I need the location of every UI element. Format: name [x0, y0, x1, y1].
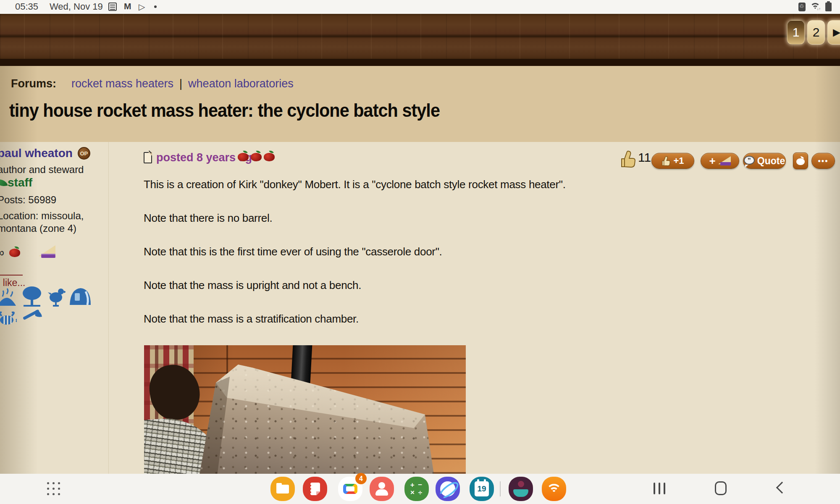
recents-button[interactable] — [654, 483, 666, 494]
planet-icon — [440, 481, 455, 496]
my-files-app-icon[interactable] — [270, 477, 295, 501]
apple-icon — [238, 150, 249, 161]
more-label: ••• — [818, 157, 829, 165]
quote-icon: ” — [744, 156, 755, 166]
apple-icon — [264, 150, 275, 161]
wood-banner — [0, 14, 840, 59]
data-saver-icon — [798, 3, 806, 11]
gmail-notification-icon: M — [124, 1, 131, 11]
clock: 05:35 — [15, 1, 38, 12]
quote-button[interactable]: ” Quote — [743, 153, 786, 169]
battery-icon — [825, 3, 832, 11]
infinity-symbol: ∞ — [0, 246, 4, 260]
wood-banner-edge — [0, 59, 840, 66]
notification-badge: 4 — [355, 473, 367, 484]
send-pie-button[interactable]: + — [701, 153, 739, 169]
pie-badge-icon — [39, 245, 55, 258]
wifi-icon: ↓↑ — [810, 3, 821, 11]
page-1-button[interactable]: 1 — [787, 20, 805, 45]
app-drawer-button[interactable] — [47, 482, 60, 496]
thread-title: tiny house rocket mass heater: the cyclo… — [9, 100, 440, 121]
forum-thread-page: 05:35 Wed, Nov 19 M ▷ ↓↑ 1 2 ► Forums: r… — [0, 0, 840, 504]
breadcrumb-link-rocket-mass-heaters[interactable]: rocket mass heaters — [71, 77, 173, 90]
breadcrumb-label: Forums: — [11, 77, 56, 90]
hugelkultur-mound-icon — [0, 287, 17, 307]
breadcrumb-link-wheaton-laboratories[interactable]: wheaton laboratories — [188, 77, 294, 90]
sound-waves-icon — [546, 484, 562, 494]
staff-leaf-icon — [0, 177, 8, 189]
calc-glyph-row2: × ÷ — [410, 489, 423, 496]
thumbs-up-icon — [620, 150, 636, 168]
apple-badge-icon — [9, 246, 20, 257]
wofati-icon — [69, 286, 92, 307]
likes-divider — [0, 275, 23, 276]
post-paragraph: Note that the mass is a stratification c… — [144, 312, 807, 326]
thumb-icon — [662, 155, 671, 166]
staff-label: staff — [8, 176, 32, 189]
post-paragraph: Note that the mass is upright and not a … — [144, 279, 807, 292]
calculator-app-icon[interactable]: + − × ÷ — [404, 477, 429, 501]
contacts-app-icon[interactable] — [370, 477, 394, 501]
status-bar: 05:35 Wed, Nov 19 M ▷ ↓↑ — [0, 0, 840, 14]
axe-icon — [22, 309, 43, 328]
author-location-line1: Location: missoula, — [0, 210, 84, 222]
breadcrumb: Forums: rocket mass heaters | wheaton la… — [11, 77, 294, 90]
page-2-button[interactable]: 2 — [807, 20, 825, 45]
tv-icon — [343, 484, 357, 494]
samsung-internet-app-icon[interactable] — [436, 477, 460, 501]
stove-pipe — [291, 345, 312, 383]
pie-icon — [718, 156, 731, 165]
plus-sign: + — [709, 155, 715, 168]
post-paragraph: This is a creation of Kirk "donkey" Mobe… — [144, 178, 807, 191]
dock-separator — [500, 481, 501, 496]
apple-icon — [251, 150, 262, 161]
quote-label: Quote — [757, 155, 785, 167]
calendar-sheet-icon: 19 — [475, 481, 489, 496]
audible-app-icon[interactable] — [542, 477, 566, 501]
notification-dot-icon — [154, 5, 157, 8]
calendar-notification-icon — [108, 3, 117, 11]
author-name-link[interactable]: paul wheaton — [0, 147, 73, 160]
author-role: author and steward — [0, 164, 84, 176]
person-icon — [375, 482, 388, 496]
calendar-app-icon[interactable]: 19 — [470, 477, 494, 501]
home-button[interactable] — [715, 481, 727, 495]
column-divider — [108, 142, 109, 504]
post-paragraph: Note that there is no barrel. — [144, 212, 807, 225]
post-photo-rocket-mass-heater[interactable] — [144, 345, 466, 474]
pagination: 1 2 ► — [787, 20, 840, 45]
author-location-line2: montana (zone 4) — [0, 223, 76, 234]
calc-glyph-row1: + − — [410, 481, 423, 489]
post-paragraph: Note that this is the first time ever of… — [144, 245, 807, 258]
post-apple-rating — [238, 150, 275, 161]
tree-icon — [21, 286, 43, 307]
google-tv-app-icon[interactable]: 4 — [338, 477, 362, 501]
like-count: 11 — [638, 150, 651, 165]
more-actions-button[interactable]: ••• — [811, 153, 835, 169]
apple-icon — [796, 156, 805, 165]
bee-icon — [0, 311, 17, 327]
plus-one-button[interactable]: +1 — [651, 153, 694, 169]
op-badge: OP — [78, 147, 90, 160]
note-icon — [310, 483, 320, 495]
status-date: Wed, Nov 19 — [50, 1, 103, 12]
plus-one-label: +1 — [673, 155, 684, 166]
give-apple-button[interactable] — [793, 152, 808, 169]
author-post-count: Posts: 56989 — [0, 194, 56, 206]
folder-icon — [276, 485, 289, 494]
libby-app-icon[interactable] — [509, 477, 533, 501]
chicken-icon — [48, 286, 66, 307]
book-icon — [513, 481, 529, 497]
play-store-notification-icon: ▷ — [139, 2, 145, 12]
post-document-icon — [144, 152, 152, 163]
next-page-button[interactable]: ► — [827, 20, 840, 45]
breadcrumb-separator: | — [179, 77, 182, 90]
samsung-notes-app-icon[interactable] — [303, 477, 327, 501]
